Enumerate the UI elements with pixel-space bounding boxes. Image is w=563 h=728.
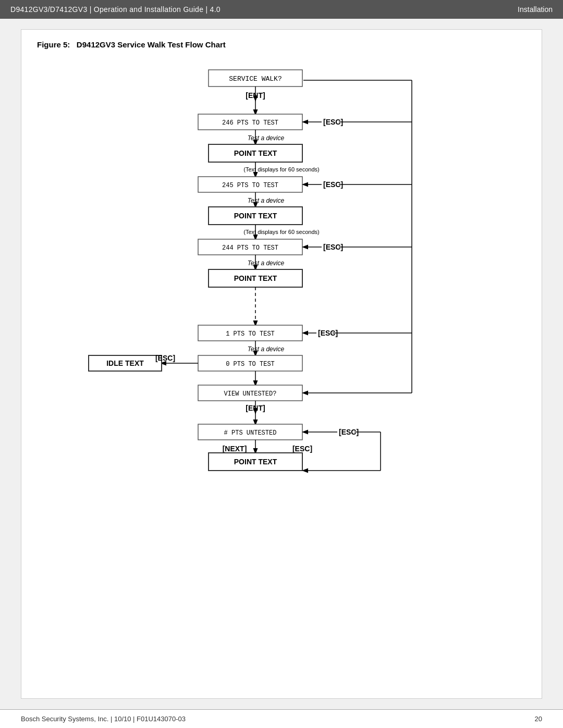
footer-right: 20 <box>535 715 542 723</box>
main-content: Figure 5: D9412GV3 Service Walk Test Flo… <box>21 29 542 699</box>
header-title: D9412GV3/D7412GV3 | Operation and Instal… <box>10 5 221 14</box>
header-bar: D9412GV3/D7412GV3 | Operation and Instal… <box>0 0 563 19</box>
ent-label-1: [ENT] <box>246 91 265 100</box>
figure-label: Figure 5: <box>37 40 70 49</box>
test-device-3: Test a device <box>248 260 285 267</box>
test-device-1: Test a device <box>248 134 285 142</box>
ent-label-2: [ENT] <box>246 404 265 412</box>
esc-label-5: [ESC] <box>292 445 312 453</box>
idle-text-label: IDLE TEXT <box>106 359 144 367</box>
figure-title-text: D9412GV3 Service Walk Test Flow Chart <box>77 40 226 49</box>
flowchart-svg: SERVICE WALK? [ENT] 246 PTS TO TEST [ESC… <box>37 59 526 633</box>
pts-244-label: 244 PTS TO TEST <box>222 244 278 252</box>
point-text-3-label: POINT TEXT <box>234 274 277 282</box>
test-device-2: Test a device <box>248 197 285 204</box>
figure-title: Figure 5: D9412GV3 Service Walk Test Flo… <box>37 40 526 49</box>
service-walk-label: SERVICE WALK? <box>229 75 282 83</box>
view-untested-label: VIEW UNTESTED? <box>224 390 277 398</box>
test-device-4: Test a device <box>248 346 285 353</box>
footer-left: Bosch Security Systems, Inc. | 10/10 | F… <box>21 715 186 723</box>
header-section: Installation <box>518 5 553 14</box>
point-text-4-label: POINT TEXT <box>234 458 277 466</box>
pts-1-label: 1 PTS TO TEST <box>226 330 275 338</box>
footer-bar: Bosch Security Systems, Inc. | 10/10 | F… <box>0 709 563 728</box>
point-text-1-label: POINT TEXT <box>234 149 277 157</box>
pts-246-label: 246 PTS TO TEST <box>222 119 278 127</box>
pts-0-label: 0 PTS TO TEST <box>226 361 275 368</box>
next-label: [NEXT] <box>223 445 247 453</box>
pts-untested-label: # PTS UNTESTED <box>224 429 277 437</box>
text-displays-1: (Text displays for 60 seconds) <box>243 166 320 172</box>
point-text-2-label: POINT TEXT <box>234 212 277 220</box>
text-displays-2: (Text displays for 60 seconds) <box>243 229 320 235</box>
esc-label-idle: [ESC] <box>155 354 175 362</box>
pts-245-label: 245 PTS TO TEST <box>222 182 278 189</box>
flowchart-container: SERVICE WALK? [ENT] 246 PTS TO TEST [ESC… <box>37 59 526 635</box>
